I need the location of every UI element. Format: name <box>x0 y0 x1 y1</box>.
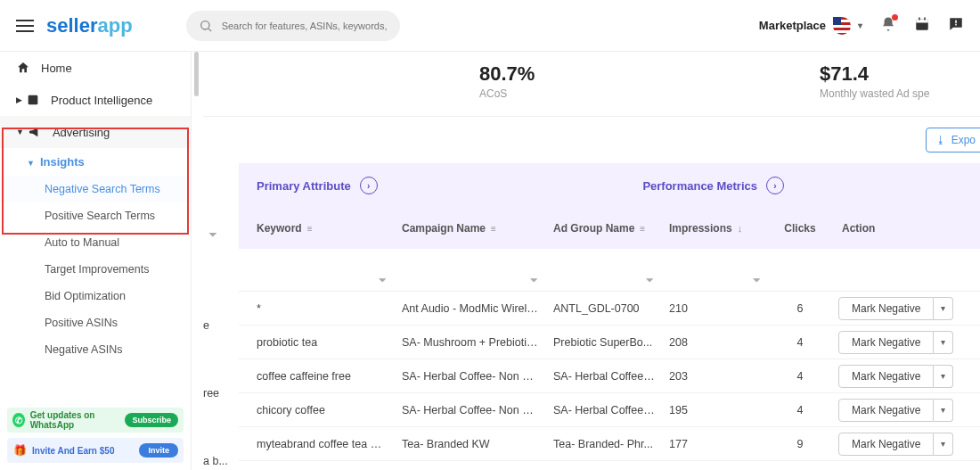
mark-negative-button[interactable]: Mark Negative <box>838 433 934 456</box>
nav-product-intelligence[interactable]: ▶ Product Intelligence <box>0 84 191 116</box>
main-content: 80.7% ACoS $71.4 Monthly wasted Ad spe ⭳… <box>203 52 980 470</box>
sidebar: Home ▶ Product Intelligence ▼ Advertisin… <box>0 52 192 470</box>
cell-adgroup: SA- Herbal Coffee- ... <box>546 404 662 416</box>
global-search[interactable] <box>186 11 400 41</box>
export-button[interactable]: ⭳ Expo <box>926 128 980 153</box>
col-campaign[interactable]: Campaign Name≡ <box>395 222 546 235</box>
col-adgroup[interactable]: Ad Group Name≡ <box>546 222 662 235</box>
sidebar-scrollbar[interactable] <box>194 52 199 96</box>
table-row: probiotic teaSA- Mushroom + Prebiotic ..… <box>239 326 980 359</box>
cell-keyword: chicory coffee <box>239 404 395 416</box>
cell-keyword: coffee caffeine free <box>239 370 395 383</box>
cell-campaign: SA- Herbal Coffee- Non Bra... <box>395 370 546 383</box>
filter-campaign[interactable] <box>402 254 539 275</box>
gift-icon: 🎁 <box>12 443 27 458</box>
cell-impressions: 210 <box>662 302 769 315</box>
cell-keyword: myteabrand coffee tea bags <box>239 438 395 450</box>
nav-bid-optimization[interactable]: Bid Optimization <box>0 283 191 309</box>
chevron-down-icon: ▾ <box>858 21 862 30</box>
col-action: Action <box>831 222 974 235</box>
svg-rect-3 <box>916 19 928 22</box>
arrow-down-icon: ↓ <box>738 223 743 234</box>
mark-negative-button[interactable]: Mark Negative <box>838 399 934 422</box>
table-row: coffee caffeine freeSA- Herbal Coffee- N… <box>239 359 980 393</box>
cell-campaign: Tea- Branded KW <box>395 438 546 450</box>
filter-icon[interactable]: ⏷ <box>752 275 762 285</box>
nav-negative-search-terms[interactable]: Negative Search Terms <box>0 176 191 202</box>
cell-keyword: probiotic tea <box>239 336 395 349</box>
performance-metrics-header[interactable]: Performance Metrics › <box>642 177 784 194</box>
kpi-acos: 80.7% ACoS <box>479 62 622 100</box>
mark-negative-dropdown[interactable]: ▾ <box>934 365 953 388</box>
filter-icon[interactable]: ⏷ <box>378 275 388 285</box>
kpi-wasted-spend: $71.4 Monthly wasted Ad spe <box>820 62 962 100</box>
truncated-text: e <box>203 319 209 332</box>
nav-home[interactable]: Home <box>0 52 191 84</box>
cell-campaign: SA- Herbal Coffee- Non Bra... <box>395 404 546 416</box>
svg-rect-6 <box>955 20 957 23</box>
nav-positive-asins[interactable]: Positive ASINs <box>0 309 191 336</box>
nav-advertising[interactable]: ▼ Advertising <box>0 116 191 148</box>
caret-down-icon: ▼ <box>27 159 35 168</box>
whatsapp-banner[interactable]: Get updates on WhatsApp Subscribe <box>7 408 184 433</box>
nav-auto-to-manual[interactable]: Auto to Manual <box>0 229 191 256</box>
calendar-button[interactable] <box>914 16 930 36</box>
svg-line-1 <box>208 29 211 31</box>
caret-right-icon: ▶ <box>16 95 22 104</box>
cell-clicks: 9 <box>769 438 831 450</box>
mark-negative-button[interactable]: Mark Negative <box>838 365 934 388</box>
cell-adgroup: Prebiotic SuperBo... <box>546 336 662 349</box>
notifications-button[interactable] <box>880 16 896 36</box>
cell-impressions: 208 <box>662 336 769 349</box>
primary-attribute-header[interactable]: Primary Attribute › <box>257 177 378 194</box>
download-icon: ⭳ <box>935 134 946 146</box>
svg-rect-8 <box>29 95 38 105</box>
mark-negative-button[interactable]: Mark Negative <box>838 331 934 354</box>
truncated-text: a b... <box>203 455 228 467</box>
cell-impressions: 195 <box>662 404 769 416</box>
col-impressions[interactable]: Impressions↓ <box>662 222 769 235</box>
chevron-right-icon: › <box>766 177 784 194</box>
filter-icon[interactable]: ⏷ <box>208 228 218 241</box>
filter-keyword[interactable] <box>257 254 388 275</box>
nav-negative-asins[interactable]: Negative ASINs <box>0 336 191 363</box>
mark-negative-dropdown[interactable]: ▾ <box>934 297 953 320</box>
chevron-right-icon: › <box>360 177 378 194</box>
cell-clicks: 4 <box>769 404 831 416</box>
filter-row: ⏷ ⏷ ⏷ ⏷ <box>239 249 980 292</box>
filter-impressions[interactable] <box>669 254 762 275</box>
invite-button[interactable]: Invite <box>139 443 178 458</box>
feedback-button[interactable] <box>948 16 964 36</box>
cell-clicks: 4 <box>769 370 831 383</box>
nav-target-improvements[interactable]: Target Improvements <box>0 256 191 283</box>
col-clicks[interactable]: Clicks <box>769 222 831 235</box>
search-input[interactable] <box>222 21 388 31</box>
menu-toggle[interactable] <box>16 16 34 36</box>
mark-negative-button[interactable]: Mark Negative <box>838 297 934 320</box>
subscribe-button[interactable]: Subscribe <box>125 413 178 427</box>
filter-icon[interactable]: ⏷ <box>645 275 655 285</box>
mark-negative-dropdown[interactable]: ▾ <box>934 331 953 354</box>
cell-campaign: Ant Audio - ModMic Wirele... <box>395 302 546 315</box>
mark-negative-dropdown[interactable]: ▾ <box>934 399 953 422</box>
table-row: chicory coffeeSA- Herbal Coffee- Non Bra… <box>239 393 980 427</box>
logo[interactable]: sellerapp <box>46 14 133 37</box>
nav-insights[interactable]: ▼Insights <box>0 148 191 176</box>
notification-dot <box>892 14 898 21</box>
marketplace-selector[interactable]: Marketplace ▾ <box>759 17 862 35</box>
whatsapp-icon <box>12 413 25 427</box>
svg-rect-4 <box>919 17 920 20</box>
search-icon <box>199 19 213 33</box>
svg-point-0 <box>200 21 208 29</box>
cell-impressions: 177 <box>662 438 769 450</box>
col-keyword[interactable]: Keyword≡ <box>239 222 395 235</box>
sort-icon: ≡ <box>491 224 496 234</box>
table-row: *Ant Audio - ModMic Wirele...ANTL_GDL-07… <box>239 292 980 326</box>
mark-negative-dropdown[interactable]: ▾ <box>934 433 953 456</box>
filter-adgroup[interactable] <box>553 254 655 275</box>
nav-positive-search-terms[interactable]: Positive Search Terms <box>0 202 191 229</box>
invite-banner[interactable]: 🎁 Invite And Earn $50 Invite <box>7 438 184 463</box>
filter-icon[interactable]: ⏷ <box>529 275 539 285</box>
sort-icon: ≡ <box>307 224 313 234</box>
cell-adgroup: ANTL_GDL-0700 <box>546 302 662 315</box>
